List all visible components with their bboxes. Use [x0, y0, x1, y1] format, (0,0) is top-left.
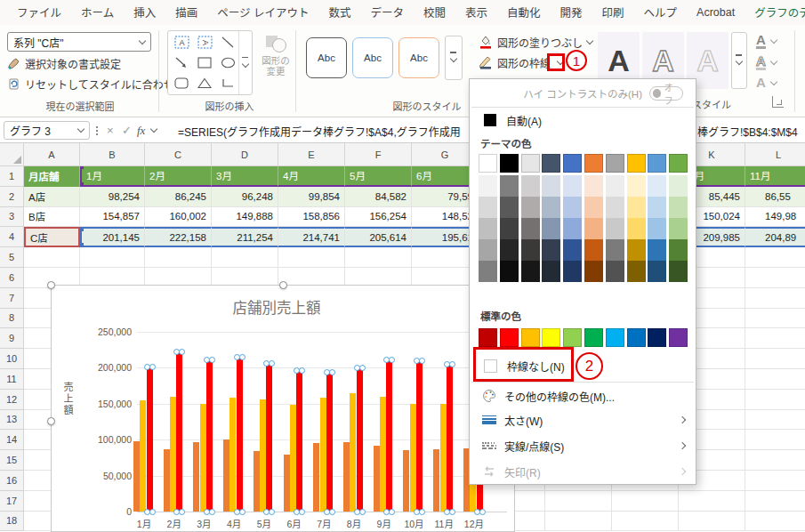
ribbon-tab[interactable]: ホーム	[71, 0, 124, 27]
cell[interactable]	[745, 471, 805, 491]
selection-handle[interactable]	[47, 417, 55, 425]
color-swatch[interactable]	[521, 239, 540, 261]
color-swatch[interactable]	[627, 328, 646, 347]
cell[interactable]	[745, 247, 805, 268]
color-swatch[interactable]	[563, 261, 582, 282]
row-header[interactable]: 16	[0, 471, 24, 491]
high-contrast-toggle[interactable]: オフ	[649, 86, 683, 101]
color-swatch[interactable]	[479, 175, 497, 197]
cell[interactable]	[745, 512, 805, 532]
cell[interactable]: 5月	[345, 166, 412, 187]
cell[interactable]	[745, 309, 805, 329]
bar-C店[interactable]	[447, 364, 453, 512]
color-swatch[interactable]	[584, 239, 603, 261]
color-swatch[interactable]	[669, 175, 688, 197]
color-swatch[interactable]	[500, 175, 519, 197]
cell[interactable]: 98,254	[80, 187, 145, 207]
color-swatch[interactable]	[648, 218, 666, 239]
color-swatch[interactable]	[521, 328, 540, 347]
bar-C店[interactable]	[326, 373, 333, 512]
ribbon-tab[interactable]: ヘルプ	[634, 0, 688, 27]
cell[interactable]: 158,856	[278, 207, 345, 228]
bar-B店[interactable]	[170, 397, 176, 512]
cell[interactable]	[745, 410, 805, 431]
cancel-icon[interactable]: ×	[107, 121, 114, 140]
color-swatch[interactable]	[606, 154, 624, 173]
cell[interactable]: 201,145	[80, 227, 145, 247]
color-swatch[interactable]	[584, 154, 603, 173]
color-swatch[interactable]	[606, 239, 624, 261]
cell[interactable]: 84,582	[345, 187, 412, 207]
change-shape-button[interactable]: 図形の変更	[258, 34, 294, 77]
row-header[interactable]: 3	[0, 207, 24, 228]
row-header[interactable]: 7	[0, 288, 24, 309]
ribbon-tab[interactable]: 自動化	[497, 0, 551, 27]
bar-C店[interactable]	[416, 360, 423, 512]
color-swatch[interactable]	[584, 218, 603, 239]
cell[interactable]: 4月	[278, 166, 345, 187]
color-swatch[interactable]	[521, 175, 540, 197]
row-header[interactable]: 10	[0, 349, 24, 369]
bar-A店[interactable]	[254, 451, 260, 512]
chart-element-selector[interactable]: 系列 "C店"	[7, 32, 151, 52]
cell[interactable]	[745, 288, 805, 309]
bar-C店[interactable]	[237, 357, 243, 512]
color-swatch[interactable]	[521, 197, 540, 218]
ribbon-tab[interactable]: ファイル	[7, 0, 71, 27]
bar-B店[interactable]	[260, 399, 266, 512]
ribbon-tab[interactable]: 数式	[318, 0, 360, 27]
cell[interactable]: 156,254	[345, 207, 412, 228]
column-header[interactable]: A	[24, 143, 80, 166]
color-swatch[interactable]	[584, 328, 603, 347]
selection-handle[interactable]	[279, 281, 287, 289]
cell[interactable]	[212, 247, 278, 268]
shape-style-preset-1[interactable]: Abc	[306, 37, 347, 78]
bar-C店[interactable]	[386, 360, 392, 512]
bar-A店[interactable]	[433, 449, 439, 512]
bar-B店[interactable]	[140, 400, 146, 512]
wordart-more-button[interactable]	[731, 32, 747, 89]
color-swatch[interactable]	[606, 175, 624, 197]
color-swatch[interactable]	[500, 154, 519, 173]
bar-B店[interactable]	[290, 405, 296, 512]
cell[interactable]: 2月	[145, 166, 212, 187]
arrow-shape-icon[interactable]	[170, 52, 193, 73]
color-swatch[interactable]	[648, 197, 666, 218]
ribbon-tab[interactable]: 印刷	[592, 0, 634, 27]
cell[interactable]: 86,55	[745, 187, 805, 207]
bar-A店[interactable]	[164, 449, 170, 512]
bar-C店[interactable]	[206, 359, 213, 512]
color-swatch[interactable]	[563, 154, 582, 173]
color-swatch[interactable]	[479, 197, 497, 218]
ribbon-tab[interactable]: ページ レイアウト	[207, 0, 318, 27]
cell[interactable]: 211,254	[212, 227, 278, 247]
selection-handle[interactable]	[47, 281, 55, 289]
cell[interactable]: 11月	[745, 166, 805, 187]
bar-A店[interactable]	[193, 442, 199, 512]
chart-y-axis-title[interactable]: 売上額	[60, 382, 75, 416]
cell[interactable]	[345, 247, 412, 268]
formula-text-left[interactable]: =SERIES(グラフ作成用データ棒グラフ!$A$4,グラフ作成用	[178, 124, 461, 139]
elbow-connector-icon[interactable]	[216, 73, 239, 93]
menu-item-automatic[interactable]: 自動(A)	[471, 109, 694, 131]
select-all-corner[interactable]	[0, 143, 24, 166]
oval-shape-icon[interactable]	[216, 52, 239, 73]
color-swatch[interactable]	[627, 197, 646, 218]
color-swatch[interactable]	[500, 239, 519, 261]
cell[interactable]: 月店舗	[24, 166, 80, 187]
color-swatch[interactable]	[542, 218, 560, 239]
ribbon-tab[interactable]: 描画	[165, 0, 207, 27]
color-swatch[interactable]	[627, 175, 646, 197]
chart[interactable]: 店舗別売上額 売上額 050,000100,000150,000200,0002…	[51, 285, 515, 532]
row-header[interactable]: 6	[0, 268, 24, 288]
bar-B店[interactable]	[350, 393, 356, 512]
bar-C店[interactable]	[296, 371, 302, 512]
row-header[interactable]: 2	[0, 187, 24, 207]
color-swatch[interactable]	[500, 218, 519, 239]
color-swatch[interactable]	[648, 239, 666, 261]
ribbon-tab[interactable]: 挿入	[124, 0, 165, 27]
color-swatch[interactable]	[479, 239, 497, 261]
cell[interactable]: 86,245	[145, 187, 212, 207]
textbox-horizontal-icon[interactable]: A	[170, 32, 193, 52]
color-swatch[interactable]	[584, 261, 603, 282]
